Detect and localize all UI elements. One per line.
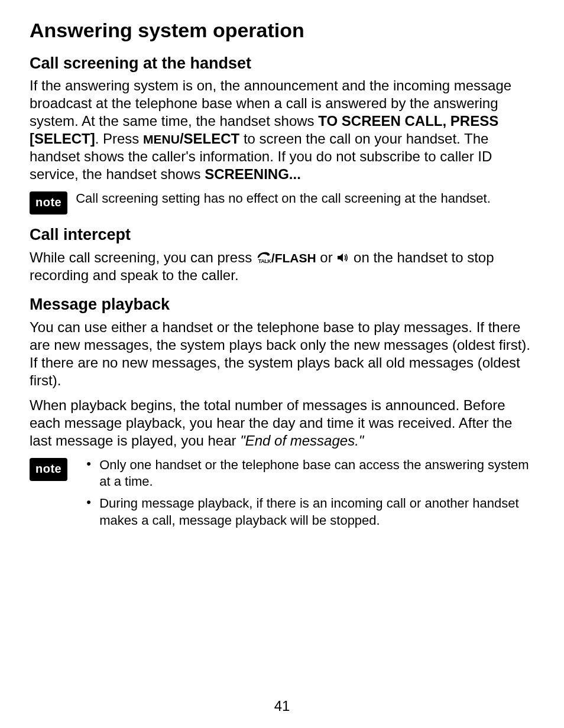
- bold-text: /SELECT: [180, 131, 239, 147]
- flash-label: /FLASH: [271, 251, 316, 265]
- list-item: During message playback, if there is an …: [86, 495, 534, 529]
- text: While call screening, you can press: [30, 249, 256, 265]
- paragraph-call-intercept: While call screening, you can press TALK…: [30, 249, 534, 284]
- list-item: Only one handset or the telephone base c…: [86, 457, 534, 490]
- text: . Press: [95, 131, 143, 147]
- note-block-2: note Only one handset or the telephone b…: [30, 457, 534, 534]
- italic-text: "End of messages.": [240, 433, 364, 448]
- speaker-icon: [336, 250, 349, 262]
- note-badge: note: [30, 458, 67, 481]
- page-title: Answering system operation: [30, 18, 534, 43]
- section-heading-call-screening: Call screening at the handset: [30, 54, 534, 74]
- paragraph-playback-1: You can use either a handset or the tele…: [30, 318, 534, 389]
- bold-text: SCREENING...: [205, 166, 301, 182]
- page-number: 41: [0, 697, 564, 715]
- note-block-1: note Call screening setting has no effec…: [30, 190, 534, 214]
- section-heading-message-playback: Message playback: [30, 295, 534, 315]
- handset-talk-icon: TALK: [256, 251, 271, 264]
- note-list: Only one handset or the telephone base c…: [76, 457, 534, 534]
- section-heading-call-intercept: Call intercept: [30, 225, 534, 245]
- paragraph-call-screening: If the answering system is on, the annou…: [30, 77, 534, 183]
- note-badge: note: [30, 191, 67, 214]
- text: or: [316, 249, 337, 265]
- talk-label: TALK: [258, 258, 271, 265]
- note-text: Call screening setting has no effect on …: [76, 190, 534, 207]
- paragraph-playback-2: When playback begins, the total number o…: [30, 396, 534, 450]
- smallcaps-text: MENU: [143, 132, 180, 146]
